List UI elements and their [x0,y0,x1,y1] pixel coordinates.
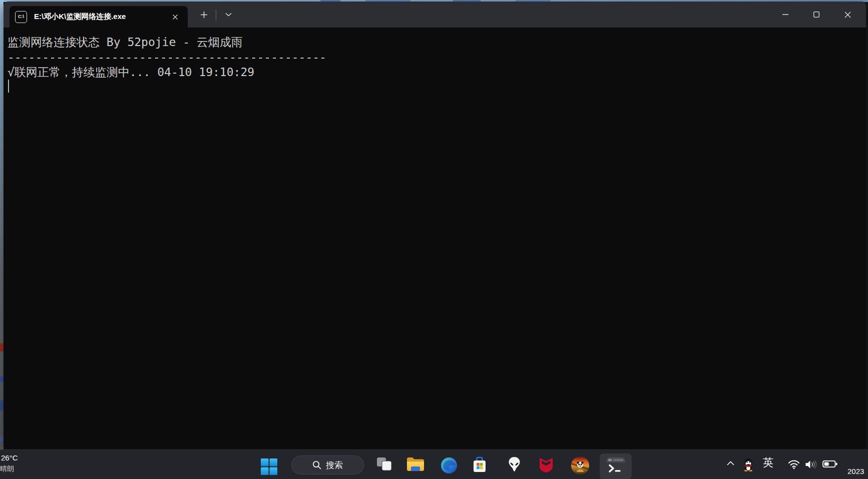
microsoft-store-button[interactable] [472,456,488,473]
folder-icon [406,456,425,472]
desktop-fragment [0,376,4,382]
battery-tray-button[interactable] [822,460,837,468]
search-icon [312,460,321,469]
microsoft-store-icon [472,456,488,473]
qq-penguin-icon [743,458,754,471]
start-button[interactable] [260,458,278,475]
windows-terminal-button[interactable] [600,453,632,479]
chevron-up-icon [726,460,735,466]
desktop-fragment [0,343,4,351]
tab-title: E:\邓小K\监测网络连接.exe [34,12,126,22]
wifi-icon [788,459,800,469]
terminal-viewport[interactable]: 监测网络连接状态 By 52pojie - 云烟成雨 -------------… [4,28,866,449]
file-explorer-button[interactable] [406,456,425,472]
scream-panda-icon [571,456,590,475]
close-icon [172,14,178,20]
hidden-icons-button[interactable] [726,460,735,466]
windows-logo-icon [260,458,278,475]
chevron-down-icon [225,13,232,17]
weather-condition: 晴朗 [0,465,18,472]
terminal-cursor [8,80,9,93]
terminal-line-separator: ----------------------------------------… [8,50,326,65]
qq-tray-button[interactable] [743,458,754,471]
mcafee-button[interactable] [539,457,554,473]
maximize-button[interactable] [801,2,832,28]
terminal-window: C:\ E:\邓小K\监测网络连接.exe [4,2,866,449]
minimize-icon [782,14,788,15]
weather-temperature: 26°C [1,454,18,461]
volume-tray-button[interactable] [804,459,818,469]
plus-icon [200,11,208,19]
cmd-prompt-icon: C:\ [15,11,27,23]
mcafee-shield-icon [539,457,554,473]
windows-terminal-icon [606,456,626,476]
cmd-icon-label: C:\ [18,15,24,19]
desktop-edge-left [0,0,4,479]
speaker-icon [804,459,818,469]
taskbar: 26°C 晴朗 搜索 [0,449,868,479]
desktop-fragment [0,436,4,441]
alienware-alien-icon [508,456,521,472]
ime-indicator[interactable]: 英 [763,457,773,467]
search-box[interactable]: 搜索 [291,455,364,474]
tab-dropdown-button[interactable] [220,6,237,23]
window-controls [770,2,863,28]
battery-icon [822,460,837,468]
clock-date[interactable]: 2023 [847,467,864,475]
titlebar[interactable]: C:\ E:\邓小K\监测网络连接.exe [4,2,866,28]
close-icon [844,12,851,18]
tab-active[interactable]: C:\ E:\邓小K\监测网络连接.exe [10,6,188,28]
search-label: 搜索 [326,459,343,471]
microsoft-edge-button[interactable] [441,457,458,474]
edge-icon [441,457,458,474]
desktop-fragment [0,400,4,410]
alienware-button[interactable] [508,456,521,472]
task-view-icon [376,457,392,471]
close-button[interactable] [832,2,863,28]
terminal-line-title: 监测网络连接状态 By 52pojie - 云烟成雨 [8,35,243,50]
wifi-tray-button[interactable] [788,459,800,469]
terminal-line-status: √联网正常，持续监测中... 04-10 19:10:29 [8,65,254,80]
scream-panda-app-button[interactable] [571,456,590,475]
task-view-button[interactable] [376,457,392,471]
tab-close-button[interactable] [169,11,182,24]
weather-widget[interactable]: 26°C 晴朗 [1,454,18,472]
maximize-icon [813,12,819,18]
tab-bar-separator [216,10,216,21]
new-tab-button[interactable] [195,6,212,23]
minimize-button[interactable] [770,2,801,28]
